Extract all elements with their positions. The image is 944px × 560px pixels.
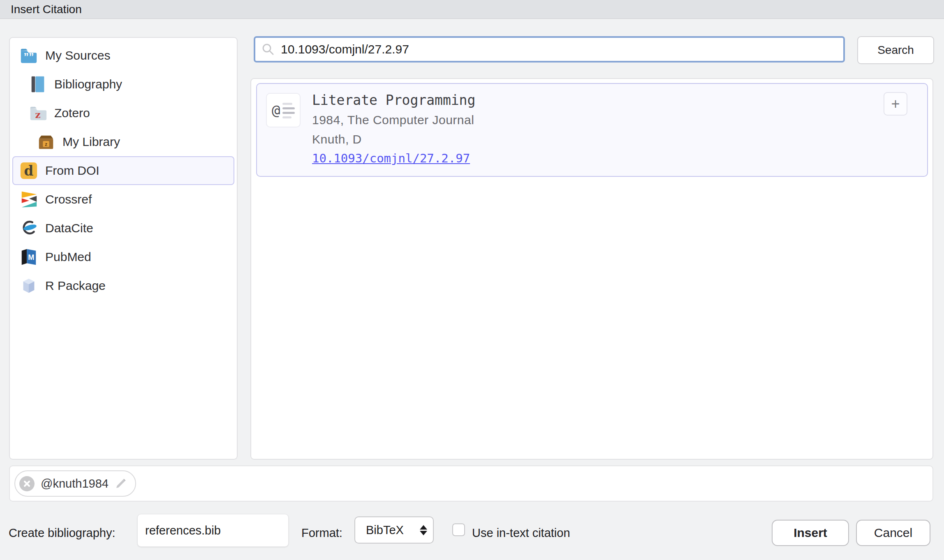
doi-icon: d xyxy=(19,161,39,180)
svg-text:z: z xyxy=(35,109,40,120)
sidebar-item-label: PubMed xyxy=(45,250,91,264)
bibliography-file-input[interactable] xyxy=(138,524,288,537)
add-citation-button[interactable]: + xyxy=(884,92,907,116)
sources-sidebar: ”” My Sources Bibliography z Zotero z My… xyxy=(9,37,238,460)
citation-details: Literate Programming 1984, The Computer … xyxy=(312,90,475,168)
search-button[interactable]: Search xyxy=(857,36,934,64)
citation-tag[interactable]: @knuth1984 xyxy=(14,470,136,497)
dialog-title: Insert Citation xyxy=(11,3,82,16)
svg-text:d: d xyxy=(24,163,34,179)
sidebar-item-label: My Library xyxy=(62,135,120,149)
search-input[interactable] xyxy=(280,42,838,57)
sidebar-item-zotero[interactable]: z Zotero xyxy=(12,99,234,127)
sidebar-item-crossref[interactable]: Crossref xyxy=(12,185,234,214)
crossref-icon xyxy=(19,190,39,209)
search-icon xyxy=(261,42,275,56)
pubmed-icon: M xyxy=(19,247,39,267)
sidebar-item-label: My Sources xyxy=(45,49,110,62)
svg-text:@: @ xyxy=(272,102,280,118)
create-bibliography-label: Create bibliography: xyxy=(9,526,116,539)
cancel-button[interactable]: Cancel xyxy=(856,520,930,546)
select-arrows-icon xyxy=(420,525,427,535)
format-select-value: BibTeX xyxy=(366,523,404,537)
in-text-citation-checkbox[interactable] xyxy=(452,523,465,536)
format-label: Format: xyxy=(301,526,342,539)
svg-text:z: z xyxy=(45,141,47,147)
article-icon: @ xyxy=(266,93,301,127)
citation-id-label: @knuth1984 xyxy=(41,477,109,491)
sidebar-item-my-library[interactable]: z My Library xyxy=(12,127,234,156)
book-icon xyxy=(28,74,48,94)
edit-citation-icon[interactable] xyxy=(115,477,127,490)
in-text-citation-label: Use in-text citation xyxy=(472,526,570,539)
sidebar-item-my-sources[interactable]: ”” My Sources xyxy=(12,41,234,70)
sources-folder-icon: ”” xyxy=(19,46,39,65)
sidebar-item-bibliography[interactable]: Bibliography xyxy=(12,70,234,99)
citation-result-card[interactable]: @ Literate Programming 1984, The Compute… xyxy=(256,83,928,177)
bibliography-file-box xyxy=(137,514,289,547)
sidebar-item-r-package[interactable]: R Package xyxy=(12,271,234,300)
citation-meta: 1984, The Computer Journal xyxy=(312,110,475,130)
remove-citation-icon[interactable] xyxy=(19,476,35,491)
datacite-icon xyxy=(19,218,39,238)
sidebar-item-label: Zotero xyxy=(54,106,90,120)
citation-authors: Knuth, D xyxy=(312,130,475,149)
sidebar-item-pubmed[interactable]: M PubMed xyxy=(12,243,234,271)
selected-citations-bar: @knuth1984 xyxy=(9,465,933,502)
insert-citation-dialog: Insert Citation ”” My Sources Bibliograp… xyxy=(0,0,944,560)
format-select[interactable]: BibTeX xyxy=(354,516,434,544)
sidebar-item-label: From DOI xyxy=(45,164,99,178)
citation-title: Literate Programming xyxy=(312,90,475,110)
sidebar-item-from-doi[interactable]: d From DOI xyxy=(12,156,234,185)
sidebar-item-label: Crossref xyxy=(45,192,92,206)
dialog-titlebar: Insert Citation xyxy=(0,0,944,19)
doi-link[interactable]: 10.1093/comjnl/27.2.97 xyxy=(312,149,470,168)
doi-search-box xyxy=(254,36,845,62)
library-box-icon: z xyxy=(36,132,56,152)
sidebar-item-label: Bibliography xyxy=(54,77,122,91)
zotero-folder-icon: z xyxy=(28,103,48,123)
r-package-icon xyxy=(19,276,39,296)
svg-text:M: M xyxy=(28,253,34,261)
svg-text:””: ”” xyxy=(24,51,34,62)
sidebar-item-datacite[interactable]: DataCite xyxy=(12,214,234,243)
search-results-panel: @ Literate Programming 1984, The Compute… xyxy=(250,78,933,460)
insert-button[interactable]: Insert xyxy=(772,520,849,546)
sidebar-item-label: R Package xyxy=(45,279,106,293)
sidebar-item-label: DataCite xyxy=(45,221,93,235)
